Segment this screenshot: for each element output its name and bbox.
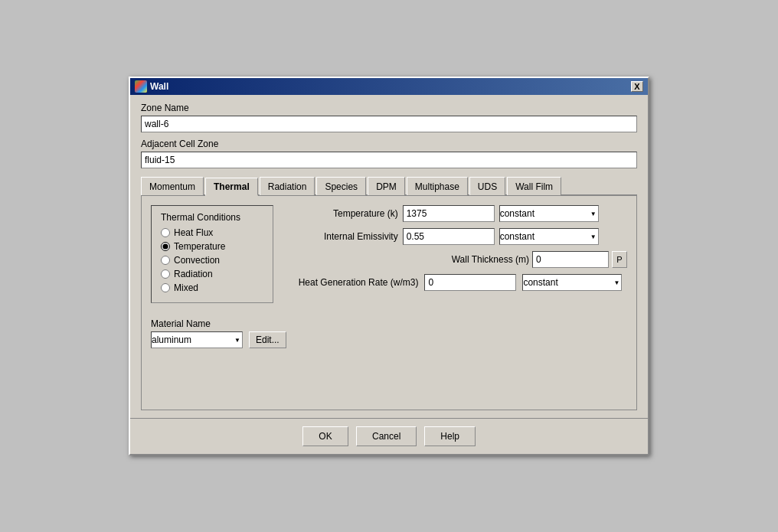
radio-temperature-input[interactable]: [161, 242, 170, 251]
help-button[interactable]: Help: [424, 426, 476, 446]
cancel-button[interactable]: Cancel: [356, 426, 417, 446]
internal-emissivity-select-wrapper: constant: [499, 228, 599, 245]
adjacent-cell-zone-group: Adjacent Cell Zone: [141, 139, 637, 168]
radio-mixed-input[interactable]: [161, 283, 170, 292]
close-button[interactable]: X: [631, 81, 643, 92]
radio-mixed[interactable]: Mixed: [161, 282, 263, 293]
dialog-title: Wall: [150, 81, 168, 92]
zone-name-label: Zone Name: [141, 103, 637, 113]
radio-heat-flux-input[interactable]: [161, 228, 170, 237]
material-row: aluminum Edit...: [151, 331, 286, 348]
wall-thickness-row: Wall Thickness (m) P: [299, 251, 627, 268]
heat-gen-row: Heat Generation Rate (w/m3) constant: [299, 274, 627, 291]
edit-button[interactable]: Edit...: [249, 331, 286, 348]
material-section: Material Name aluminum Edit...: [151, 318, 286, 348]
p-button[interactable]: P: [612, 251, 627, 268]
tab-thermal[interactable]: Thermal: [205, 178, 258, 196]
tab-radiation[interactable]: Radiation: [260, 177, 315, 195]
thermal-content: Thermal Conditions Heat Flux Temperature: [151, 205, 627, 348]
temperature-select-wrapper: constant: [499, 205, 599, 222]
left-panel: Thermal Conditions Heat Flux Temperature: [151, 205, 286, 348]
thermal-conditions-box: Thermal Conditions Heat Flux Temperature: [151, 205, 273, 303]
title-bar: Wall X: [130, 78, 648, 95]
material-select[interactable]: aluminum: [151, 331, 243, 348]
tab-content-thermal: Thermal Conditions Heat Flux Temperature: [141, 196, 637, 410]
temperature-dropdown[interactable]: constant: [499, 205, 599, 222]
wall-thickness-label: Wall Thickness (m): [452, 254, 529, 265]
zone-name-input[interactable]: [141, 116, 637, 132]
tab-multiphase[interactable]: Multiphase: [407, 177, 468, 195]
ok-button[interactable]: OK: [302, 426, 348, 446]
dialog-icon: [135, 80, 147, 93]
internal-emissivity-label: Internal Emissivity: [299, 231, 398, 242]
internal-emissivity-dropdown[interactable]: constant: [499, 228, 599, 245]
radio-temperature[interactable]: Temperature: [161, 241, 263, 252]
temperature-input[interactable]: [403, 205, 495, 222]
radio-convection[interactable]: Convection: [161, 255, 263, 266]
radio-heat-flux[interactable]: Heat Flux: [161, 227, 263, 238]
tab-species[interactable]: Species: [316, 177, 366, 195]
thermal-radio-group: Heat Flux Temperature Convection: [161, 227, 263, 293]
tab-bar: Momentum Thermal Radiation Species DPM M…: [141, 176, 637, 196]
material-name-label: Material Name: [151, 318, 286, 329]
tab-wall-film[interactable]: Wall Film: [507, 177, 561, 195]
temperature-label: Temperature (k): [299, 208, 398, 219]
heat-gen-dropdown[interactable]: constant: [522, 274, 622, 291]
internal-emissivity-row: Internal Emissivity constant: [299, 228, 627, 245]
tab-momentum[interactable]: Momentum: [141, 177, 204, 195]
tab-dpm[interactable]: DPM: [368, 177, 405, 195]
adjacent-cell-zone-label: Adjacent Cell Zone: [141, 139, 637, 149]
heat-gen-label: Heat Generation Rate (w/m3): [299, 277, 419, 288]
wall-thickness-input[interactable]: [532, 251, 609, 268]
radio-radiation-input[interactable]: [161, 269, 170, 279]
temperature-row: Temperature (k) constant: [299, 205, 627, 222]
dialog-body: Zone Name Adjacent Cell Zone Momentum Th…: [130, 95, 648, 418]
right-panel: Temperature (k) constant Internal Emissi…: [299, 205, 627, 348]
internal-emissivity-input[interactable]: [403, 228, 495, 245]
zone-name-group: Zone Name: [141, 103, 637, 132]
heat-gen-input[interactable]: [424, 274, 516, 291]
radio-radiation[interactable]: Radiation: [161, 269, 263, 279]
thermal-conditions-title: Thermal Conditions: [161, 212, 263, 223]
title-bar-left: Wall: [135, 80, 168, 93]
heat-gen-select-wrapper: constant: [522, 274, 622, 291]
wall-dialog: Wall X Zone Name Adjacent Cell Zone Mome…: [129, 77, 649, 455]
tab-uds[interactable]: UDS: [469, 177, 505, 195]
dialog-footer: OK Cancel Help: [130, 418, 648, 454]
material-select-wrapper: aluminum: [151, 331, 243, 348]
radio-convection-input[interactable]: [161, 256, 170, 265]
adjacent-cell-zone-input[interactable]: [141, 152, 637, 168]
